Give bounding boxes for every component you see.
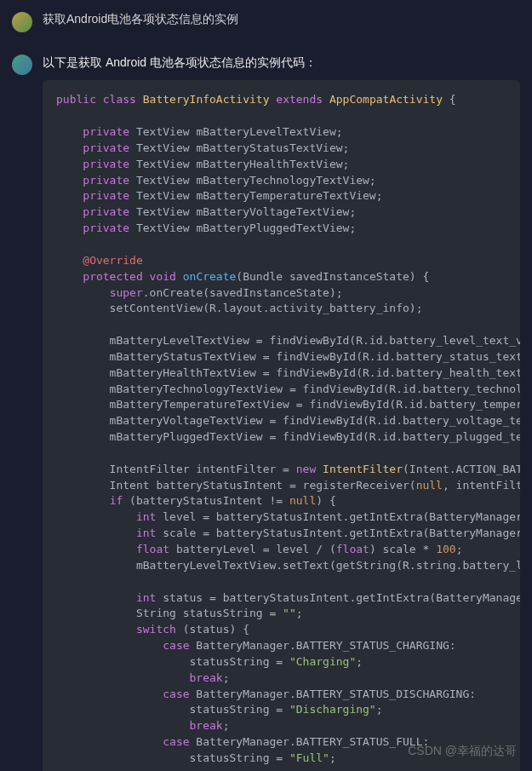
keyword: void [150, 270, 176, 283]
field: TextView mBatteryTemperatureTextView; [129, 189, 382, 202]
keyword: super [110, 286, 143, 299]
class-name: BatteryInfoActivity [143, 93, 270, 106]
code: ; [456, 543, 463, 555]
class-name: IntentFilter [323, 463, 403, 475]
code: scale = batteryStatusIntent.getIntExtra(… [156, 526, 520, 539]
code-block[interactable]: public class BatteryInfoActivity extends… [43, 80, 520, 771]
keyword: public [56, 93, 96, 106]
keyword: class [103, 93, 136, 106]
user-message-content: 获取Android电池各项状态信息的实例 [43, 10, 520, 32]
avatar [12, 12, 32, 32]
code: (batteryStatusIntent != [123, 494, 289, 507]
code: BatteryManager.BATTERY_STATUS_FULL: [190, 735, 430, 748]
string: "" [283, 607, 296, 619]
keyword: private [83, 141, 129, 154]
keyword: private [83, 158, 129, 170]
keyword: case [163, 688, 189, 700]
user-text: 获取Android电池各项状态信息的实例 [43, 10, 520, 28]
punct: { [443, 93, 456, 106]
keyword: private [83, 125, 129, 138]
code: ) { [316, 494, 335, 507]
field: TextView mBatteryLevelTextView; [129, 125, 342, 138]
keyword: extends [276, 93, 323, 106]
code: ; [329, 751, 336, 764]
code: setContentView(R.layout.activity_battery… [56, 302, 422, 314]
code: statusString = [56, 655, 289, 668]
keyword: int [136, 510, 156, 523]
code: statusString = [56, 703, 289, 716]
keyword: switch [136, 623, 176, 636]
keyword: if [110, 494, 123, 507]
avatar [12, 55, 32, 75]
code: batteryLevel = level / ( [169, 543, 336, 555]
code: IntentFilter intentFilter = [56, 463, 296, 475]
keyword: case [163, 639, 189, 652]
code: ; [356, 655, 363, 668]
code: Intent batteryStatusIntent = registerRec… [56, 479, 416, 492]
code: (Intent.ACTION_BATTE [403, 463, 520, 475]
code: mBatteryLevelTextView = findViewById(R.i… [56, 334, 520, 347]
string: "Discharging" [289, 703, 376, 716]
field: TextView mBatteryTechnologyTextView; [129, 174, 376, 187]
field: TextView mBatteryVoltageTextView; [129, 205, 356, 218]
code: mBatteryHealthTextView = findViewById(R.… [56, 366, 520, 379]
string: "Charging" [289, 655, 356, 668]
literal: null [289, 494, 316, 507]
code: .onCreate(savedInstanceState); [143, 286, 343, 299]
bot-message-content: 以下是获取 Android 电池各项状态信息的实例代码： public clas… [43, 53, 520, 771]
code: statusString = [56, 751, 289, 764]
keyword: protected [83, 270, 142, 283]
bot-intro-text: 以下是获取 Android 电池各项状态信息的实例代码： [43, 53, 520, 72]
code: ) scale * [369, 543, 436, 555]
keyword: private [83, 189, 129, 202]
params: (Bundle savedInstanceState) [236, 270, 415, 283]
keyword: break [190, 719, 223, 732]
literal: null [416, 479, 443, 492]
code: mBatteryTemperatureTextView = findViewBy… [56, 398, 520, 411]
keyword: private [83, 205, 129, 218]
literal: 100 [436, 543, 455, 555]
code: ; [223, 719, 230, 732]
user-message-row: 获取Android电池各项状态信息的实例 [0, 0, 532, 43]
code: , intentFilter [443, 479, 520, 492]
code: mBatteryVoltageTextView = findViewById(R… [56, 414, 520, 427]
class-name: AppCompatActivity [329, 93, 443, 106]
string: "Full" [289, 751, 329, 764]
code: mBatteryTechnologyTextView = findViewByI… [56, 383, 520, 395]
keyword: case [163, 735, 189, 748]
annotation: @Override [83, 254, 142, 267]
code: mBatteryLevelTextView.setText(getString(… [56, 559, 520, 572]
keyword: int [136, 591, 156, 604]
keyword: float [136, 543, 169, 555]
field: TextView mBatteryPluggedTextView; [129, 222, 356, 234]
keyword: private [83, 174, 129, 187]
code: ; [223, 671, 230, 684]
keyword: int [136, 526, 156, 539]
code: ; [376, 703, 383, 716]
code: (status) { [176, 623, 249, 636]
field: TextView mBatteryHealthTextView; [129, 158, 349, 170]
keyword: break [190, 671, 223, 684]
code: String statusString = [56, 607, 283, 619]
method-name: onCreate [183, 270, 237, 283]
code: mBatteryPluggedTextView = findViewById(R… [56, 430, 520, 443]
keyword: new [296, 463, 316, 475]
punct: { [416, 270, 430, 283]
code: level = batteryStatusIntent.getIntExtra(… [156, 510, 520, 523]
keyword: float [336, 543, 369, 555]
code: status = batteryStatusIntent.getIntExtra… [156, 591, 520, 604]
code: mBatteryStatusTextView = findViewById(R.… [56, 350, 520, 363]
code: ; [296, 607, 303, 619]
bot-message-row: 以下是获取 Android 电池各项状态信息的实例代码： public clas… [0, 43, 532, 771]
code: BatteryManager.BATTERY_STATUS_DISCHARGIN… [190, 688, 477, 700]
code: BatteryManager.BATTERY_STATUS_CHARGING: [190, 639, 456, 652]
keyword: private [83, 222, 129, 234]
field: TextView mBatteryStatusTextView; [129, 141, 349, 154]
